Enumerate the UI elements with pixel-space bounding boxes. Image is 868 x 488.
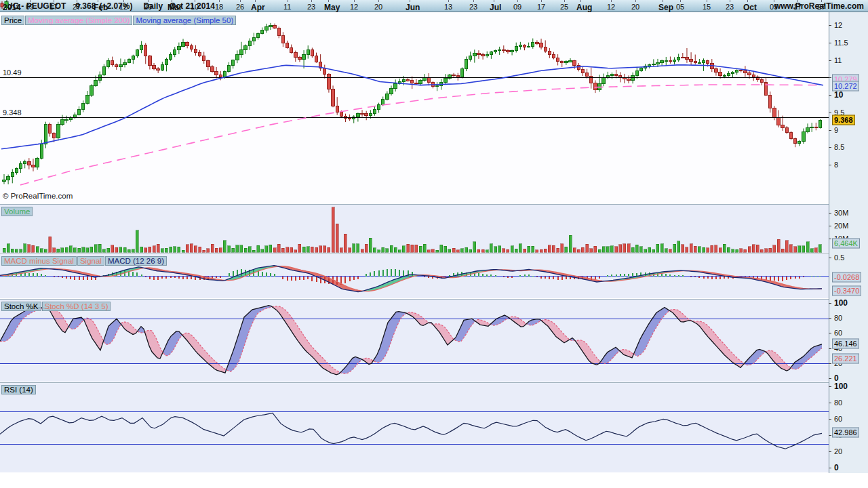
macd-indicator-chip[interactable]: MACD minus Signal: [1, 256, 77, 266]
date-axis-label: 11: [283, 3, 291, 11]
volume-bars: [3, 207, 821, 253]
candle-wicks: [4, 23, 820, 184]
rsi-axis-tickmark: [829, 451, 831, 452]
stoch-axis-tickmark: [829, 318, 831, 319]
price-level-label: 10.49: [3, 68, 22, 77]
stoch-axis-tickmark: [829, 348, 831, 349]
date-axis-tickmark: [564, 0, 565, 2]
price-axis-tickmark: [829, 25, 831, 26]
date-axis-label: Sep: [658, 3, 673, 12]
stoch-value-badge: 26.221: [832, 353, 859, 363]
price-axis-tick-label: 8: [834, 161, 838, 169]
price-indicator-chip[interactable]: Price: [1, 16, 24, 25]
volume-panel: [0, 204, 829, 253]
macd-line: [0, 266, 822, 292]
macd-indicator-chip[interactable]: MACD (12 26 9): [105, 256, 167, 266]
date-axis-tickmark: [747, 0, 748, 2]
volume-axis-tick-label: 30M: [834, 209, 848, 217]
date-axis-label: 10: [191, 3, 199, 11]
volume-axis-tick-label: 20M: [834, 222, 848, 230]
date-axis-tickmark: [494, 0, 494, 2]
volume-chart-svg: [0, 205, 829, 253]
date-axis-label: Jul: [490, 3, 501, 12]
stoch-indicator-chip[interactable]: Stoch %K: [1, 302, 41, 311]
rsi-axis-tick-label: 100: [834, 382, 848, 391]
macd-axis-tick-label: 0.5: [834, 253, 844, 262]
date-axis-tickmark: [580, 0, 581, 2]
macd-indicator-chip[interactable]: Signal: [77, 256, 104, 266]
rsi-value-badge: 42.986: [832, 428, 859, 438]
date-axis-tickmark: [123, 0, 124, 2]
price-panel: [0, 12, 829, 203]
date-axis-tickmark: [730, 0, 730, 2]
volume-value-badge: 6,464K: [832, 238, 860, 248]
stoch-axis-tick-label: 100: [834, 298, 848, 308]
price-indicator-chip[interactable]: Moving average (Simple 50): [133, 16, 236, 25]
rsi-axis-tickmark: [829, 468, 831, 468]
stochastic-panel: [0, 299, 829, 382]
horizontal-levels: [0, 78, 829, 118]
date-axis-tickmark: [473, 0, 474, 2]
date-axis-tickmark: [240, 0, 241, 2]
date-axis-tickmark: [635, 0, 636, 2]
rsi-axis-tickmark: [829, 386, 831, 387]
date-axis-tickmark: [7, 0, 7, 2]
rsi-indicator-labels: RSI (14): [1, 383, 37, 395]
date-axis-label: 26: [236, 3, 244, 11]
price-axis-tickmark: [829, 95, 831, 96]
date-axis-tickmark: [707, 0, 707, 2]
volume-indicator-chip[interactable]: Volume: [1, 207, 33, 216]
rsi-axis-tick-label: 20: [834, 447, 842, 455]
stoch-axis-tickmark: [829, 333, 831, 333]
date-axis-label: 09: [513, 3, 521, 11]
date-axis-label: 12: [350, 3, 358, 11]
date-axis-label: Aug: [576, 3, 592, 12]
price-value-badge: 10.272: [832, 81, 859, 91]
date-axis-tickmark: [328, 0, 329, 2]
prorealtime-window: { "header": { "ticker": "UG - PEUGEOT", …: [0, 0, 868, 488]
rsi-axis-tick-label: 0: [834, 463, 839, 472]
stoch-value-badge: 46.146: [832, 338, 859, 348]
date-axis-label: 09: [26, 3, 34, 11]
date-axis-tickmark: [195, 0, 195, 2]
price-axis-tickmark: [829, 60, 831, 61]
rsi-axis-tickmark: [829, 419, 831, 420]
volume-axis-tickmark: [829, 213, 831, 214]
price-axis-tickmark: [829, 77, 831, 78]
price-chart-svg: [0, 12, 829, 203]
price-axis-tickmark: [829, 165, 831, 165]
rsi-indicator-chip[interactable]: RSI (14): [1, 385, 36, 394]
date-axis-label: 27: [817, 3, 825, 11]
stoch-indicator-chip[interactable]: Stoch %D (14 3 5): [42, 302, 111, 311]
rsi-axis-tick-label: 80: [834, 399, 842, 407]
volume-indicator-labels: Volume: [1, 205, 33, 217]
date-axis-label: 17: [793, 3, 802, 11]
date-axis-tickmark: [311, 0, 312, 2]
date-axis-tickmark: [148, 0, 149, 2]
price-axis-tickmark: [829, 113, 831, 113]
date-axis-tickmark: [611, 0, 612, 2]
macd-axis-tickmark: [829, 258, 831, 258]
stoch-k-line: [0, 306, 822, 375]
date-axis-label: Oct: [743, 3, 757, 12]
date-axis-label: Jun: [406, 3, 420, 12]
date-axis-label: 2014: [3, 3, 21, 12]
stoch-k-below-fill: [46, 306, 792, 375]
price-indicator-labels: PriceMoving average (Simple 200)Moving a…: [1, 14, 237, 26]
date-axis-label: 25: [560, 3, 568, 11]
price-indicator-chip[interactable]: Moving average (Simple 200): [25, 16, 132, 25]
macd-value-badge: -0.3470: [832, 285, 861, 296]
date-axis-label: 12: [607, 3, 615, 11]
ma200-line: [20, 85, 822, 185]
date-axis-label: 27: [73, 3, 81, 11]
price-axis-tick-label: 8.5: [834, 143, 844, 151]
date-axis-label: 18: [215, 3, 223, 11]
price-axis-tickmark: [829, 43, 831, 43]
date-axis-label: 15: [703, 3, 711, 11]
date-axis-label: 23: [726, 3, 734, 11]
date-axis-label: 17: [537, 3, 545, 11]
date-axis-label: 20: [144, 3, 152, 11]
rsi-axis-tick-label: 60: [834, 415, 842, 423]
price-level-label: 9.348: [3, 108, 22, 117]
date-axis-tickmark: [98, 0, 98, 2]
